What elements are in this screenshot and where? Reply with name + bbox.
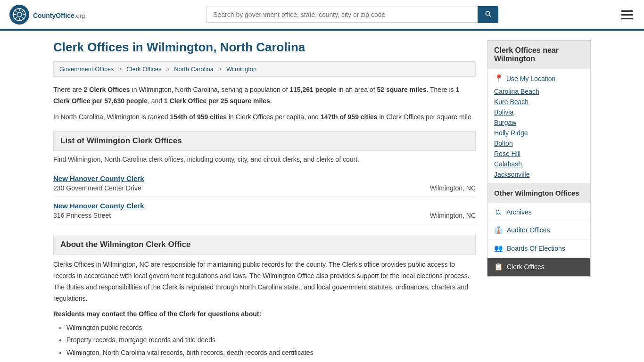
sidebar-nearby-title: Clerk Offices near Wilmington [487,40,591,69]
clerk-link-1[interactable]: New Hanover County Clerk [53,174,144,182]
office-clerk-offices[interactable]: 📋 Clerk Offices [487,258,590,276]
nearby-city-jacksonville[interactable]: Jacksonville [494,171,584,178]
main-container: Clerk Offices in Wilmington, North Carol… [44,31,600,362]
sidebar-nearby-section: 📍 Use My Location Carolina Beach Kure Be… [487,69,591,183]
main-content: Clerk Offices in Wilmington, North Carol… [53,40,476,362]
about-desc: Clerks Offices in Wilmington, NC are res… [53,259,476,304]
menu-button[interactable] [619,8,635,21]
clerk-entry-2: New Hanover County Clerk 316 Princess St… [53,197,476,224]
clerk-row-1: 230 Government Center Drive Wilmington, … [53,184,476,192]
clerk-address-2: 316 Princess Street [53,212,111,219]
logo-area: CountyOffice.org [9,5,85,25]
stats-clerk-count: 2 Clerk Offices [84,86,130,93]
stats-area: 52 square miles [377,86,426,93]
search-area [206,6,498,23]
office-clerk-label: Clerk Offices [507,263,545,271]
office-boards-label: Boards Of Elections [507,245,565,252]
nearby-city-carolina-beach[interactable]: Carolina Beach [494,88,584,95]
logo-icon [9,5,29,25]
list-item: Property records, mortgage records and t… [66,334,476,346]
auditor-icon: 👔 [494,226,503,234]
office-boards-elections[interactable]: 👥 Boards Of Elections [487,239,590,258]
clerk-entry-1: New Hanover County Clerk 230 Government … [53,170,476,197]
breadcrumb-government-offices[interactable]: Government Offices [59,66,114,73]
nearby-city-kure-beach[interactable]: Kure Beach [494,98,584,106]
stats-paragraph-1: There are 2 Clerk Offices in Wilmington,… [53,84,476,107]
breadcrumb-north-carolina[interactable]: North Carolina [174,66,214,73]
stats-paragraph-2: In North Carolina, Wilmington is ranked … [53,112,476,123]
breadcrumb: Government Offices > Clerk Offices > Nor… [53,61,476,77]
use-my-location-link[interactable]: 📍 Use My Location [494,74,584,83]
breadcrumb-sep-3: > [218,66,222,73]
office-auditor-label: Auditor Offices [507,226,550,234]
clerk-link-2[interactable]: New Hanover County Clerk [53,202,144,210]
list-item: Wilmington public records [66,321,476,334]
stats-rank-capita: 154th of 959 cities [170,113,227,121]
stats-rank-sqmile: 147th of 959 cities [321,113,378,121]
stats-population: 115,261 people [289,86,337,93]
use-location-label: Use My Location [506,75,555,82]
nearby-cities-list: Carolina Beach Kure Beach Bolivia Burgaw… [494,88,584,178]
office-auditor[interactable]: 👔 Auditor Offices [487,221,590,239]
breadcrumb-sep-1: > [118,66,122,73]
list-section-desc: Find Wilmington, North Carolina clerk of… [53,156,476,163]
boards-icon: 👥 [494,244,503,253]
logo-text: CountyOffice.org [33,9,85,20]
list-item: Marriage and divorce records, licenses a… [66,359,476,362]
clerk-row-2: 316 Princess Street Wilmington, NC [53,212,476,219]
nearby-city-holly-ridge[interactable]: Holly Ridge [494,129,584,137]
breadcrumb-wilmington[interactable]: Wilmington [226,66,256,73]
location-pin-icon: 📍 [494,74,504,83]
contact-list: Wilmington public records Property recor… [53,321,476,362]
about-section-header: About the Wilmington Clerk Office [53,235,476,255]
clerk-address-1: 230 Government Center Drive [53,184,141,192]
breadcrumb-sep-2: > [166,66,170,73]
archives-icon: 🗂 [494,208,503,216]
nearby-city-bolivia[interactable]: Bolivia [494,108,584,116]
breadcrumb-clerk-offices[interactable]: Clerk Offices [126,66,161,73]
contact-heading: Residents may contact the Office of the … [53,310,476,318]
list-item: Wilmington, North Carolina vital records… [66,346,476,359]
nearby-city-rose-hill[interactable]: Rose Hill [494,150,584,157]
stats-per-mile: 1 Clerk Office per 25 square miles [164,97,270,105]
clerk-icon: 📋 [494,263,503,271]
search-input[interactable] [206,7,478,23]
page-title: Clerk Offices in Wilmington, North Carol… [53,40,476,55]
clerk-city-1: Wilmington, NC [430,184,476,192]
office-archives[interactable]: 🗂 Archives [487,203,590,221]
header: CountyOffice.org [0,0,644,31]
nearby-city-burgaw[interactable]: Burgaw [494,119,584,126]
sidebar-other-title: Other Wilmington Offices [487,183,591,203]
list-section-header: List of Wilmington Clerk Offices [53,131,476,151]
other-offices-list: 🗂 Archives 👔 Auditor Offices 👥 Boards Of… [487,203,591,277]
sidebar: Clerk Offices near Wilmington 📍 Use My L… [487,40,591,362]
office-archives-label: Archives [506,208,532,216]
search-button[interactable] [478,6,498,23]
nearby-city-bolton[interactable]: Bolton [494,140,584,147]
clerk-city-2: Wilmington, NC [430,212,476,219]
nearby-city-calabash[interactable]: Calabash [494,160,584,168]
